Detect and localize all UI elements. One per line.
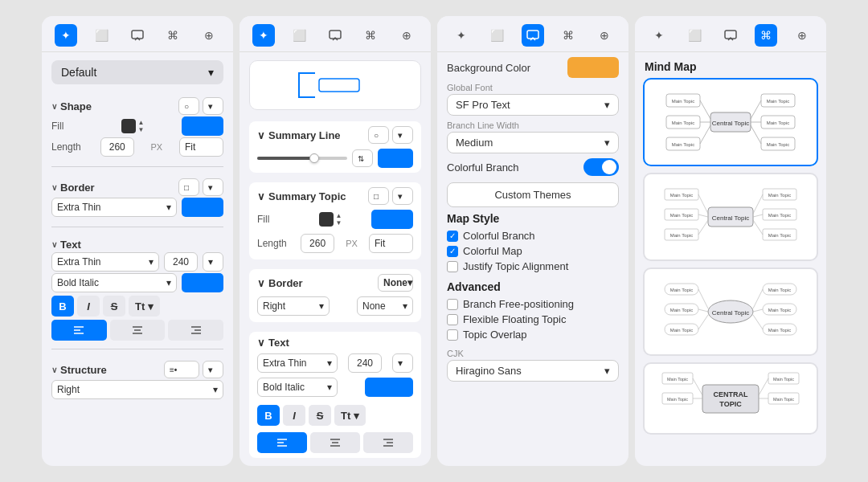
branch-free-checkbox[interactable]: [447, 299, 458, 310]
shortcut-tab[interactable]: ⌘: [162, 24, 184, 47]
shape-section-header[interactable]: ∨ Shape ○ ▾: [51, 94, 223, 116]
border-more-btn[interactable]: ▾: [203, 178, 223, 196]
colorful-branch-toggle[interactable]: [583, 158, 619, 176]
mindmap-theme-2[interactable]: Central Topic Main Topic Main Topic Main…: [643, 173, 818, 261]
style-dropdown[interactable]: Default ▾: [51, 60, 223, 84]
map-colorful-branch-row[interactable]: ✓ Colorful Branch: [447, 228, 619, 243]
p2-shape-tab[interactable]: ⬜: [289, 24, 311, 47]
summary-line-stepper[interactable]: ⇅: [352, 149, 373, 167]
p2-border-right-select[interactable]: Right ▾: [257, 296, 330, 316]
p3-shortcut-tab[interactable]: ⌘: [557, 24, 579, 47]
border-color-swatch[interactable]: [182, 198, 223, 217]
st-fill-stepper[interactable]: ▲▼: [336, 213, 342, 227]
mindmap-theme-3[interactable]: Central Topic Main Topic Main Topic Main…: [643, 268, 818, 356]
map-colorful-map-checkbox[interactable]: ✓: [447, 246, 458, 257]
p2-align-center[interactable]: [310, 432, 360, 453]
summary-line-more[interactable]: ▾: [392, 126, 413, 144]
p3-shape-tab[interactable]: ⬜: [486, 24, 509, 47]
p2-text-style-select[interactable]: Bold Italic ▾: [257, 378, 338, 397]
text-transform-button[interactable]: Tt ▾: [129, 296, 160, 317]
mindmap-theme-1[interactable]: Central Topic Main Topic Main Topic Main…: [643, 78, 818, 166]
summary-topic-more[interactable]: ▾: [392, 187, 413, 205]
align-left-button[interactable]: [51, 320, 107, 341]
cjk-select[interactable]: Hiragino Sans ▾: [447, 360, 619, 382]
fill-color-blue[interactable]: [182, 116, 223, 136]
p3-style-tab[interactable]: ✦: [450, 24, 473, 47]
p2-align-right[interactable]: [363, 432, 413, 453]
p2-italic-button[interactable]: I: [283, 405, 305, 426]
p4-shortcut-tab[interactable]: ⌘: [755, 24, 777, 47]
bg-color-swatch[interactable]: [567, 57, 619, 78]
p2-shortcut-tab[interactable]: ⌘: [359, 24, 382, 47]
fill-stepper[interactable]: ▲▼: [138, 120, 145, 133]
topic-overlap-row[interactable]: Topic Overlap: [447, 327, 619, 342]
p2-text-color-swatch[interactable]: [365, 378, 413, 397]
align-right-button[interactable]: [168, 320, 223, 341]
text-color-swatch[interactable]: [182, 273, 223, 292]
text-size-input[interactable]: 240: [164, 252, 198, 272]
branch-free-row[interactable]: Branch Free-positioning: [447, 296, 619, 312]
bold-button[interactable]: B: [51, 296, 74, 317]
custom-themes-button[interactable]: Custom Themes: [447, 182, 619, 207]
align-center-button[interactable]: [110, 320, 166, 341]
border-style-select[interactable]: Extra Thin ▾: [51, 198, 177, 217]
flexible-floating-row[interactable]: Flexible Floating Topic: [447, 312, 619, 327]
summary-line-link-icon[interactable]: ○: [368, 126, 389, 144]
p4-style-tab[interactable]: ✦: [648, 24, 670, 47]
summary-line-slider[interactable]: [257, 157, 347, 160]
structure-section-header[interactable]: ∨ Structure ≡• ▾: [51, 357, 223, 380]
st-length-input[interactable]: 260: [301, 234, 334, 253]
note-tab[interactable]: [126, 24, 149, 47]
branch-width-select[interactable]: Medium ▾: [447, 132, 619, 153]
style-tab[interactable]: ✦: [55, 24, 77, 47]
structure-icon-select[interactable]: ≡•: [164, 361, 199, 378]
summary-topic-header[interactable]: ∨ Summary Topic □ ▾: [257, 187, 413, 205]
text-section-header[interactable]: ∨ Text: [51, 235, 223, 252]
shape-more-select[interactable]: ▾: [203, 97, 223, 115]
topic-overlap-checkbox[interactable]: [447, 329, 458, 341]
border-style-icon[interactable]: □: [178, 178, 199, 196]
p2-more-tab[interactable]: ⊕: [395, 24, 418, 47]
shape-style-select[interactable]: ○: [178, 97, 199, 115]
structure-more-btn[interactable]: ▾: [203, 361, 223, 378]
p2-border-none2-select[interactable]: None ▾: [357, 296, 413, 316]
map-justify-checkbox[interactable]: [447, 261, 458, 272]
border-section-header[interactable]: ∨ Border □ ▾: [51, 175, 223, 198]
p2-text-weight-select[interactable]: Extra Thin ▾: [257, 353, 338, 373]
st-fit-select[interactable]: Fit: [369, 234, 413, 253]
text-weight-select[interactable]: Extra Thin ▾: [51, 252, 159, 272]
more-tab[interactable]: ⊕: [198, 24, 220, 47]
summary-topic-icon[interactable]: □: [368, 187, 389, 205]
summary-line-color[interactable]: [378, 149, 413, 168]
p2-text-header[interactable]: ∨ Text: [257, 337, 413, 349]
length-fit-select[interactable]: Fit: [179, 137, 223, 157]
flexible-floating-checkbox[interactable]: [447, 314, 458, 325]
p4-note-tab[interactable]: [719, 24, 742, 47]
st-fill-swatch[interactable]: [319, 212, 334, 227]
global-font-select[interactable]: SF Pro Text ▾: [447, 94, 619, 116]
structure-value-select[interactable]: Right ▾: [51, 380, 223, 399]
fill-color-swatch[interactable]: [121, 119, 136, 133]
text-size-arrow[interactable]: ▾: [203, 252, 223, 272]
p3-more-tab[interactable]: ⊕: [593, 24, 616, 47]
p2-align-left[interactable]: [257, 432, 307, 453]
text-style-select[interactable]: Bold Italic ▾: [51, 273, 177, 292]
p4-shape-tab[interactable]: ⬜: [684, 24, 706, 47]
p2-bold-button[interactable]: B: [257, 405, 280, 426]
p2-text-size[interactable]: 240: [348, 353, 382, 373]
p2-transform-button[interactable]: Tt ▾: [334, 405, 366, 426]
st-fill-color[interactable]: [371, 210, 413, 229]
p2-border-header[interactable]: ∨ Border None▾: [257, 274, 413, 292]
mindmap-theme-4[interactable]: CENTRAL TOPIC Main Topic Main Topic Main…: [643, 362, 818, 435]
summary-line-header[interactable]: ∨ Summary Line ○ ▾: [257, 126, 413, 144]
p4-more-tab[interactable]: ⊕: [791, 24, 813, 47]
p2-style-tab[interactable]: ✦: [252, 24, 275, 47]
map-colorful-map-row[interactable]: ✓ Colorful Map: [447, 243, 619, 259]
italic-button[interactable]: I: [77, 296, 100, 317]
p3-note-tab[interactable]: [522, 24, 544, 47]
p2-text-size-arrow[interactable]: ▾: [392, 353, 413, 373]
strikethrough-button[interactable]: S: [103, 296, 125, 317]
p2-border-none1[interactable]: None▾: [378, 274, 413, 292]
length-input[interactable]: 260: [100, 137, 134, 157]
map-justify-row[interactable]: Justify Topic Alignment: [447, 259, 619, 274]
